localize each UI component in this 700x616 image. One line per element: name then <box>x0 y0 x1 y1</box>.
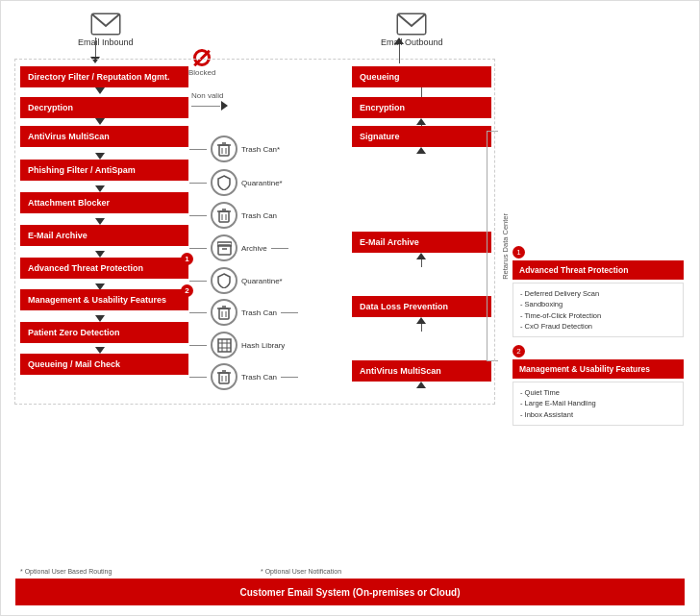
sidebar-panel: 1 Advanced Threat Protection - Deferred … <box>512 246 684 433</box>
sidebar-atp: 1 Advanced Threat Protection - Deferred … <box>512 246 684 337</box>
footnote-2: * Optional User Notification <box>261 568 341 575</box>
diagram-border <box>14 59 495 405</box>
sidebar-badge-1: 1 <box>512 246 525 259</box>
email-outbound-icon <box>396 12 427 36</box>
bottom-bar: Customer Email System (On-premises or Cl… <box>15 579 685 605</box>
email-inbound-group: Email Inbound <box>78 12 134 47</box>
main-diagram: Email Inbound Email Outbound Blocked Dir… <box>0 0 700 616</box>
sidebar-atp-desc: - Deferred Delivery Scan - Sandboxing - … <box>512 283 684 337</box>
footnote-1: * Optional User Based Routing <box>20 568 112 575</box>
email-inbound-label: Email Inbound <box>78 37 134 47</box>
email-outbound-label: Email Outbound <box>381 37 443 47</box>
sidebar-mgmt-title: Management & Usability Features <box>512 359 684 379</box>
email-outbound-group: Email Outbound <box>381 12 443 47</box>
sidebar-atp-title: Advanced Threat Protection <box>512 260 684 280</box>
sidebar-badge-2: 2 <box>512 345 525 357</box>
sidebar-mgmt: 2 Management & Usability Features - Quie… <box>512 345 684 426</box>
email-inbound-icon <box>90 12 121 36</box>
sidebar-mgmt-desc: - Quiet Time - Large E-Mail Handling - I… <box>512 382 684 426</box>
retarus-label: Retarus Data Center <box>501 213 510 280</box>
